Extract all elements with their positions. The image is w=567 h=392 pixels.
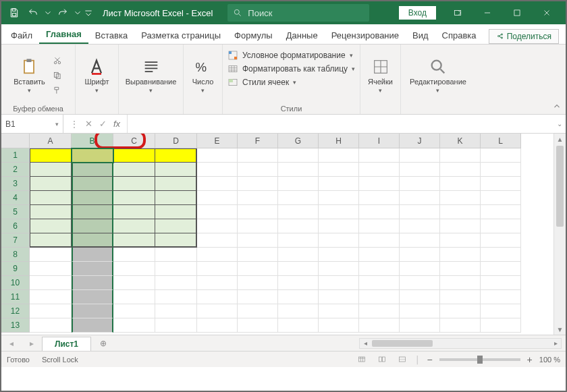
cell[interactable]: [30, 191, 72, 205]
cell[interactable]: [319, 191, 359, 205]
cell[interactable]: [30, 262, 72, 276]
qat-customize-icon[interactable]: [84, 4, 93, 22]
cell[interactable]: [440, 163, 481, 177]
row-header-13[interactable]: 13: [1, 318, 30, 333]
cell[interactable]: [400, 163, 440, 177]
cells-button[interactable]: Ячейки ▾: [367, 56, 394, 95]
cell[interactable]: [481, 191, 521, 205]
zoom-knob[interactable]: [477, 356, 483, 364]
cell[interactable]: [440, 304, 481, 318]
format-painter-icon[interactable]: [51, 84, 64, 97]
scroll-thumb-h[interactable]: [372, 340, 433, 347]
cell[interactable]: [155, 248, 197, 262]
column-header-e[interactable]: E: [197, 134, 238, 148]
save-icon[interactable]: [5, 4, 23, 22]
tab-data[interactable]: Данные: [279, 26, 325, 44]
format-as-table-button[interactable]: Форматировать как таблицу▾: [227, 63, 355, 74]
cell[interactable]: [481, 205, 521, 219]
cell[interactable]: [30, 290, 72, 304]
tab-page-layout[interactable]: Разметка страницы: [134, 26, 227, 44]
cell[interactable]: [238, 318, 278, 333]
column-header-f[interactable]: F: [238, 134, 278, 148]
chevron-down-icon[interactable]: ▾: [55, 121, 59, 128]
column-header-c[interactable]: C: [113, 134, 155, 148]
cell[interactable]: [400, 205, 440, 219]
cell[interactable]: [155, 191, 197, 205]
cell[interactable]: [400, 262, 440, 276]
cell[interactable]: [481, 262, 521, 276]
cell[interactable]: [359, 304, 400, 318]
search-input[interactable]: Поиск: [227, 4, 369, 22]
page-layout-view-icon[interactable]: [375, 354, 389, 365]
cell[interactable]: [197, 163, 238, 177]
zoom-in-button[interactable]: +: [527, 354, 533, 365]
cell[interactable]: [155, 318, 197, 333]
cell[interactable]: [400, 148, 440, 163]
cell[interactable]: [481, 163, 521, 177]
cell[interactable]: [481, 177, 521, 191]
cell[interactable]: [197, 248, 238, 262]
scroll-up-icon[interactable]: ▲: [554, 134, 566, 144]
column-header-i[interactable]: I: [359, 134, 400, 148]
cell[interactable]: [278, 248, 319, 262]
cell[interactable]: [113, 304, 155, 318]
page-break-view-icon[interactable]: [396, 354, 409, 365]
collapse-ribbon-icon[interactable]: [548, 45, 566, 114]
number-button[interactable]: % Число ▾: [191, 56, 215, 95]
cell[interactable]: [440, 219, 481, 233]
cell[interactable]: [440, 276, 481, 290]
fx-icon[interactable]: fx: [113, 119, 120, 129]
row-header-5[interactable]: 5: [1, 205, 30, 219]
row-header-1[interactable]: 1: [1, 148, 30, 163]
cell[interactable]: [481, 318, 521, 333]
cell[interactable]: [72, 248, 113, 262]
cell[interactable]: [319, 148, 359, 163]
sheet-nav-prev[interactable]: ◂: [1, 339, 22, 348]
cell[interactable]: [278, 262, 319, 276]
cell[interactable]: [440, 290, 481, 304]
cell[interactable]: [319, 290, 359, 304]
tab-insert[interactable]: Вставка: [88, 26, 134, 44]
cell[interactable]: [197, 276, 238, 290]
cell[interactable]: [278, 304, 319, 318]
ribbon-display-options-icon[interactable]: [443, 1, 473, 24]
undo-icon[interactable]: [24, 4, 42, 22]
cell[interactable]: [72, 304, 113, 318]
cell[interactable]: [359, 262, 400, 276]
zoom-level[interactable]: 100 %: [539, 356, 560, 364]
row-header-10[interactable]: 10: [1, 276, 30, 290]
cell[interactable]: [155, 233, 197, 248]
cell[interactable]: [319, 262, 359, 276]
cell[interactable]: [278, 163, 319, 177]
cell[interactable]: [359, 318, 400, 333]
cell[interactable]: [359, 205, 400, 219]
cell[interactable]: [440, 148, 481, 163]
cell[interactable]: [155, 290, 197, 304]
cell[interactable]: [319, 177, 359, 191]
zoom-out-button[interactable]: −: [427, 354, 432, 365]
tab-help[interactable]: Справка: [435, 26, 483, 44]
cell[interactable]: [197, 148, 238, 163]
cell[interactable]: [278, 191, 319, 205]
cell[interactable]: [238, 219, 278, 233]
row-header-6[interactable]: 6: [1, 219, 30, 233]
add-sheet-button[interactable]: ⊕: [95, 339, 111, 348]
cell[interactable]: [238, 248, 278, 262]
cell[interactable]: [319, 163, 359, 177]
cell[interactable]: [113, 191, 155, 205]
cell[interactable]: [197, 177, 238, 191]
close-button[interactable]: [532, 1, 562, 24]
scroll-down-icon[interactable]: ▼: [554, 324, 566, 335]
cell[interactable]: [197, 233, 238, 248]
cell[interactable]: [197, 262, 238, 276]
login-button[interactable]: Вход: [399, 6, 436, 20]
active-cell[interactable]: [72, 148, 113, 163]
cell[interactable]: [400, 304, 440, 318]
cell[interactable]: [72, 191, 113, 205]
column-header-l[interactable]: L: [481, 134, 521, 148]
column-header-b[interactable]: B: [72, 134, 113, 148]
formula-expand-icon[interactable]: ⌄: [554, 120, 566, 128]
cell[interactable]: [400, 276, 440, 290]
cancel-icon[interactable]: ✕: [85, 119, 92, 129]
tab-review[interactable]: Рецензирование: [325, 26, 406, 44]
